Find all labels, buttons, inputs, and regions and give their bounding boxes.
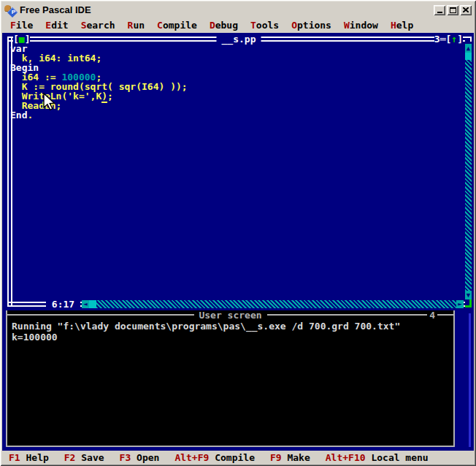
menu-bar: FileEditSearchRunCompileDebugToolsOption…: [2, 18, 474, 33]
close-button[interactable]: [460, 5, 472, 15]
statusbar-item-f9[interactable]: F9 Make: [270, 452, 310, 463]
window-title: Free Pascal IDE: [20, 4, 91, 15]
code-line: k, i64: int64;: [10, 53, 460, 63]
menu-item-edit[interactable]: Edit: [45, 20, 68, 31]
editor-title: __s.pp: [217, 34, 261, 44]
menu-item-search[interactable]: Search: [81, 20, 115, 31]
menu-item-help[interactable]: Help: [391, 20, 413, 31]
scroll-up-icon[interactable]: ▲: [465, 44, 472, 53]
code-line: End.: [10, 110, 460, 120]
horizontal-scroll-track[interactable]: [96, 300, 456, 308]
minimize-icon: [437, 12, 442, 13]
user-screen-window[interactable]: User screen 4 Running "f:\vlady document…: [6, 310, 455, 447]
window-controls: [434, 5, 472, 15]
menu-item-compile[interactable]: Compile: [157, 20, 197, 31]
output-line: Running "f:\vlady documents\programs\pas…: [12, 321, 450, 332]
statusbar-item-f2[interactable]: F2 Save: [64, 452, 104, 463]
menu-item-debug[interactable]: Debug: [210, 20, 238, 31]
statusbar-item-alt-f9[interactable]: Alt+F9 Compile: [174, 452, 255, 463]
editor-window[interactable]: [■] __s.pp 3═[↑] var k, i64: int64;Begin…: [6, 34, 472, 309]
app-icon: P: [4, 4, 17, 16]
zoom-arrow-icon: ↑: [451, 34, 457, 45]
statusbar-item-f3[interactable]: F3 Open: [120, 452, 160, 463]
scroll-down-icon[interactable]: ▼: [465, 291, 472, 299]
vertical-scroll-thumb[interactable]: [465, 53, 472, 60]
maximize-icon: [450, 7, 456, 13]
app-window: P Free Pascal IDE FileEditSearchRunCompi…: [0, 0, 476, 466]
editor-window-number-zoom: 3═[↑]: [434, 34, 463, 44]
desktop-accent-line: [469, 313, 471, 447]
minimize-button[interactable]: [434, 5, 445, 15]
mouse-cursor-icon: [42, 93, 57, 112]
statusbar-item-alt-f10[interactable]: Alt+F10 Local menu: [326, 452, 429, 463]
menu-item-file[interactable]: File: [10, 20, 33, 31]
scroll-right-icon[interactable]: ►: [456, 300, 464, 308]
cursor-position: 6:17: [46, 299, 80, 309]
maximize-button[interactable]: [447, 5, 458, 15]
statusbar-item-f1[interactable]: F1 Help: [9, 452, 49, 463]
code-area[interactable]: var k, i64: int64;Begin i64 := 100000; K…: [10, 44, 460, 299]
editor-frame-corner: [465, 37, 472, 42]
menu-item-options[interactable]: Options: [291, 20, 331, 31]
resize-corner-icon[interactable]: [465, 299, 472, 308]
editor-window-number: 3: [434, 34, 440, 45]
vertical-scrollbar[interactable]: ▲ ▼: [465, 44, 472, 299]
menu-item-run[interactable]: Run: [128, 20, 145, 31]
horizontal-scroll-thumb[interactable]: [89, 300, 96, 308]
horizontal-scrollbar[interactable]: ◄ ►: [82, 300, 464, 308]
menu-item-tools[interactable]: Tools: [250, 20, 279, 31]
user-screen-frame-top: User screen 4: [7, 310, 453, 320]
menu-item-window[interactable]: Window: [344, 20, 378, 31]
user-screen-window-number: 4: [427, 310, 437, 320]
code-line: ReadLn;: [10, 101, 460, 110]
user-screen-title: User screen: [193, 310, 266, 320]
scroll-left-icon[interactable]: ◄: [82, 300, 89, 308]
close-box-icon: ■: [19, 34, 25, 45]
output-line: k=100000: [12, 332, 450, 343]
editor-zoom-button[interactable]: [↑]: [446, 34, 463, 45]
code-line: WriteLn('k=',K);: [10, 91, 460, 101]
ide-desktop: [■] __s.pp 3═[↑] var k, i64: int64;Begin…: [2, 33, 474, 451]
title-bar[interactable]: P Free Pascal IDE: [2, 2, 474, 18]
user-screen-output: Running "f:\vlady documents\programs\pas…: [12, 321, 450, 444]
text-cursor: ): [101, 91, 107, 103]
editor-close-button[interactable]: [■]: [13, 34, 30, 44]
close-icon: [463, 7, 469, 12]
status-bar: F1 HelpF2 SaveF3 OpenAlt+F9 CompileF9 Ma…: [2, 451, 474, 464]
